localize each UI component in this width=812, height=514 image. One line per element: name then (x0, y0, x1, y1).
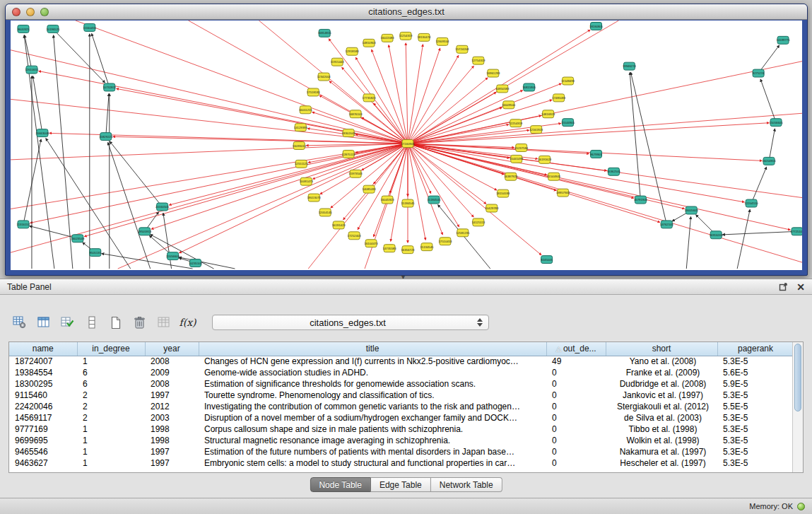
tab-network-table[interactable]: Network Table (431, 477, 502, 492)
graph-node[interactable]: 14129393 (294, 124, 308, 132)
table-cell[interactable]: Estimation of the future numbers of pati… (199, 446, 546, 457)
graph-node[interactable]: 18957943 (556, 189, 570, 197)
graph-node[interactable]: 15184505 (427, 196, 441, 204)
graph-node[interactable]: 16814815 (318, 29, 332, 37)
table-cell[interactable]: Nakamura et al. (1997) (606, 446, 717, 457)
graph-node[interactable]: 12875113 (342, 150, 355, 158)
table-cell[interactable]: 1998 (145, 435, 199, 446)
graph-node[interactable]: 15724208 (455, 45, 469, 53)
graph-node[interactable]: 10196525 (46, 25, 60, 33)
table-cell[interactable]: Hescheler et al. (1997) (606, 457, 717, 469)
table-cell[interactable]: 9463627 (9, 457, 77, 469)
graph-node[interactable]: 12254319 (509, 119, 523, 127)
graph-node[interactable]: 14125113 (471, 218, 485, 226)
table-cell[interactable]: Tourette syndrome. Phenomenology and cla… (199, 390, 546, 401)
graph-node[interactable]: 20160505 (155, 203, 170, 211)
table-cell[interactable]: 9777169 (9, 424, 77, 435)
table-cell[interactable]: 19384554 (9, 367, 77, 378)
table-cell[interactable]: 9465546 (9, 446, 77, 457)
table-cell[interactable]: Genome-wide association studies in ADHD. (199, 367, 546, 378)
table-cell[interactable]: 14569117 (9, 412, 77, 424)
graph-node[interactable]: 12918583 (346, 47, 360, 55)
table-cell[interactable]: 6 (77, 378, 145, 390)
table-cell[interactable]: 5.5E-5 (717, 401, 794, 412)
graph-node[interactable]: 14850583 (495, 85, 510, 93)
table-cell[interactable]: 1 (77, 457, 145, 469)
table-cell[interactable]: 0 (546, 435, 606, 446)
table-cell[interactable]: Disruption of a novel member of a sodium… (199, 412, 546, 424)
graph-node[interactable]: 15056605 (770, 119, 784, 127)
table-cell[interactable]: Structural magnetic resonance image aver… (199, 435, 546, 446)
graph-node[interactable]: 11316157 (17, 221, 30, 228)
table-cell[interactable]: de Silva et al. (2003) (606, 412, 717, 424)
graph-node[interactable]: 16104473 (365, 240, 379, 247)
table-cell[interactable]: 5.3E-5 (717, 390, 794, 401)
import-table-icon[interactable] (154, 314, 173, 331)
graph-node[interactable]: 22056605 (166, 252, 180, 260)
table-cell[interactable]: 1997 (145, 457, 199, 469)
graph-node[interactable]: 9275274 (753, 69, 765, 77)
table-cell[interactable]: Corpus callosum shape and size in male p… (199, 424, 546, 435)
network-graph[interactable]: 1523758412254319166495001485058316961293… (11, 21, 802, 270)
table-row[interactable]: 1456911722003Disruption of a novel membe… (9, 412, 794, 424)
table-row[interactable]: 1872400712008Changes of HCN gene express… (9, 356, 794, 367)
graph-node[interactable]: 20663008 (35, 129, 49, 137)
graph-node[interactable]: 14810903 (363, 39, 377, 47)
graph-node[interactable]: 16011215 (299, 106, 312, 114)
graph-node[interactable]: 18130474 (417, 33, 431, 41)
graph-node[interactable]: 12161923 (529, 126, 543, 134)
graph-node[interactable]: 17240905 (401, 140, 415, 148)
table-cell[interactable]: 2 (77, 390, 145, 401)
vertical-scrollbar[interactable] (792, 342, 803, 472)
graph-node[interactable]: 17485083 (552, 94, 566, 102)
float-panel-icon[interactable] (779, 282, 788, 291)
graph-node[interactable]: 11254319 (399, 32, 413, 40)
close-window-button[interactable] (12, 8, 20, 16)
table-cell[interactable]: 5.3E-5 (717, 446, 794, 457)
table-cell[interactable]: Franke et al. (2009) (606, 367, 717, 378)
table-cell[interactable]: 0 (546, 424, 606, 435)
table-cell[interactable]: 9699695 (9, 435, 77, 446)
graph-node[interactable]: 11544943 (547, 173, 560, 180)
graph-node[interactable]: 10091473 (300, 177, 314, 185)
graph-node[interactable]: 16356723 (401, 246, 415, 254)
table-cell[interactable]: 1 (77, 356, 145, 367)
table-cell[interactable]: 5.3E-5 (717, 356, 794, 367)
new-file-icon[interactable] (106, 314, 125, 331)
graph-node[interactable]: 10235105 (189, 259, 203, 267)
graph-node[interactable]: 12609104 (435, 37, 449, 45)
graph-node[interactable]: 18150593 (496, 189, 510, 197)
column-header-title[interactable]: title (199, 342, 546, 356)
table-row[interactable]: 946554611997Estimation of the future num… (9, 446, 794, 457)
graph-node[interactable]: 9605925 (18, 25, 30, 33)
graph-node[interactable]: 17725105 (791, 228, 802, 235)
close-panel-icon[interactable]: ✕ (796, 282, 805, 292)
table-cell[interactable]: Stergiakouli et al. (2012) (606, 401, 717, 412)
table-cell[interactable]: 1997 (145, 446, 199, 457)
graph-node[interactable]: 15134545 (420, 243, 434, 251)
function-builder-icon[interactable]: f(x) (178, 314, 197, 331)
column-header-pagerank[interactable]: pagerank (717, 342, 794, 356)
graph-node[interactable]: 17510453 (438, 238, 452, 245)
delete-icon[interactable] (130, 314, 149, 331)
table-cell[interactable]: Changes of HCN gene expression and I(f) … (199, 356, 546, 367)
graph-node[interactable]: 17518183 (307, 88, 321, 96)
graph-node[interactable]: 16191423 (332, 221, 346, 229)
graph-node[interactable]: 14816923 (541, 110, 555, 118)
graph-node[interactable]: 19505913 (138, 228, 152, 235)
graph-node[interactable]: 16876103 (349, 110, 363, 118)
graph-node[interactable]: 17735823 (363, 94, 377, 102)
graph-node[interactable]: 12551125 (295, 160, 308, 168)
minimize-window-button[interactable] (26, 8, 35, 16)
network-window-titlebar[interactable]: citations_edges.txt (6, 4, 807, 20)
table-cell[interactable]: Embryonic stem cells: a model to study s… (199, 457, 546, 469)
table-cell[interactable]: 2003 (145, 412, 199, 424)
graph-node[interactable]: 16093013 (293, 142, 307, 150)
table-cell[interactable]: 2012 (145, 401, 199, 412)
graph-node[interactable]: 17252403 (348, 232, 362, 240)
table-cell[interactable]: 2 (77, 412, 145, 424)
table-cell[interactable]: 5.3E-5 (717, 457, 794, 469)
table-cell[interactable]: 2 (77, 401, 145, 412)
table-cell[interactable]: 0 (546, 367, 606, 378)
graph-node[interactable]: 18405605 (685, 206, 699, 214)
